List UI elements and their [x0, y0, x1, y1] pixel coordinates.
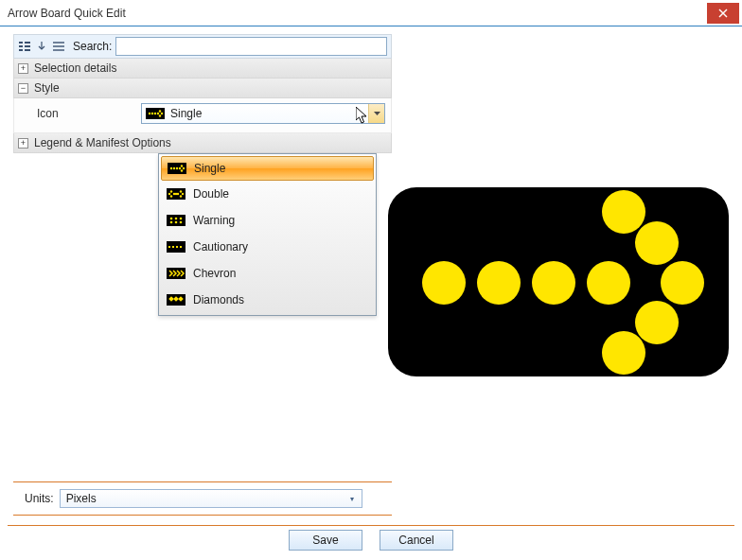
svg-point-35 — [177, 193, 179, 195]
units-value: Pixels — [66, 492, 97, 505]
section-selection-details[interactable]: + Selection details — [13, 59, 392, 79]
lamp — [422, 261, 466, 305]
diamonds-icon — [167, 294, 186, 306]
svg-point-37 — [180, 195, 182, 197]
button-row: Save Cancel — [0, 530, 742, 554]
units-select[interactable]: Pixels ▾ — [60, 489, 362, 508]
lamp — [587, 261, 630, 305]
section-style[interactable]: − Style — [13, 79, 392, 98]
collapse-icon: − — [18, 83, 28, 94]
lamp — [602, 331, 645, 375]
search-input[interactable] — [115, 37, 387, 56]
lamp — [477, 261, 521, 305]
dropdown-item-label: Single — [194, 162, 225, 175]
dropdown-item-chevron[interactable]: Chevron — [159, 260, 376, 287]
warning-icon — [167, 215, 186, 226]
footer-divider — [8, 525, 734, 526]
window-close-button[interactable] — [707, 3, 739, 24]
svg-rect-48 — [172, 246, 174, 248]
save-button[interactable]: Save — [289, 530, 362, 551]
svg-point-36 — [180, 190, 182, 192]
svg-point-19 — [161, 113, 163, 114]
svg-point-16 — [157, 113, 159, 114]
dropdown-item-single[interactable]: Single — [161, 156, 374, 181]
single-icon — [168, 163, 186, 174]
cancel-button[interactable]: Cancel — [380, 530, 453, 551]
sort-icon[interactable] — [35, 40, 48, 53]
close-icon — [718, 9, 728, 18]
lamp — [602, 190, 645, 234]
dropdown-item-warning[interactable]: Warning — [159, 207, 376, 234]
svg-point-14 — [151, 113, 153, 114]
svg-rect-6 — [19, 49, 23, 51]
icon-dropdown: Single Double — [158, 153, 377, 316]
window-title: Arrow Board Quick Edit — [8, 7, 742, 20]
body-area: Search: + Selection details − Style Icon — [0, 26, 742, 560]
style-section-body: Icon Single — [13, 98, 392, 133]
lamp — [661, 261, 704, 305]
svg-point-45 — [180, 221, 183, 224]
titlebar: Arrow Board Quick Edit — [0, 0, 742, 26]
svg-point-30 — [168, 193, 170, 195]
chevron-icon — [167, 268, 186, 279]
property-panel: Search: + Selection details − Style Icon — [13, 34, 392, 153]
section-label: Style — [34, 81, 60, 95]
svg-point-17 — [159, 110, 161, 112]
chevron-down-icon — [368, 104, 384, 123]
svg-rect-5 — [25, 45, 30, 47]
svg-point-41 — [170, 221, 173, 224]
svg-point-44 — [180, 218, 183, 220]
cautionary-icon — [167, 241, 186, 253]
svg-point-24 — [176, 167, 178, 169]
list-icon[interactable] — [52, 40, 65, 53]
svg-marker-20 — [374, 112, 380, 115]
dropdown-item-label: Diamonds — [193, 293, 244, 306]
expand-icon: + — [18, 138, 28, 149]
svg-rect-49 — [176, 246, 178, 248]
panel-toolbar: Search: — [13, 34, 392, 59]
dropdown-item-label: Warning — [193, 214, 235, 227]
lamp — [532, 261, 575, 305]
svg-point-26 — [181, 165, 183, 166]
section-legend[interactable]: + Legend & Manifest Options — [13, 133, 392, 153]
svg-rect-2 — [19, 42, 23, 44]
svg-rect-50 — [180, 246, 182, 248]
svg-point-42 — [175, 218, 178, 220]
dropdown-item-label: Chevron — [193, 267, 236, 280]
lamp — [635, 221, 679, 265]
svg-point-31 — [170, 190, 172, 192]
svg-point-23 — [173, 167, 175, 169]
section-label: Selection details — [34, 61, 116, 75]
svg-point-15 — [154, 113, 156, 114]
svg-point-22 — [170, 167, 172, 169]
svg-rect-3 — [25, 42, 30, 44]
svg-point-27 — [181, 169, 183, 171]
dropdown-item-label: Double — [193, 187, 229, 201]
svg-point-40 — [170, 218, 173, 220]
dropdown-item-cautionary[interactable]: Cautionary — [159, 234, 376, 260]
arrow-board-preview — [388, 187, 729, 376]
dropdown-item-double[interactable]: Double — [159, 181, 376, 207]
svg-point-18 — [159, 114, 161, 116]
dropdown-item-diamonds[interactable]: Diamonds — [159, 287, 376, 313]
icon-property-row: Icon Single — [37, 102, 385, 125]
chevron-down-icon: ▾ — [345, 492, 360, 506]
section-label: Legend & Manifest Options — [34, 136, 171, 149]
quick-edit-window: Arrow Board Quick Edit — [0, 0, 742, 560]
icon-combo-value: Single — [170, 107, 368, 120]
svg-point-43 — [175, 221, 178, 224]
svg-point-28 — [183, 167, 185, 169]
svg-point-25 — [179, 167, 181, 169]
icon-combo[interactable]: Single — [141, 103, 385, 124]
svg-point-38 — [182, 193, 184, 195]
categorize-icon[interactable] — [18, 40, 31, 53]
units-row: Units: Pixels ▾ — [13, 481, 392, 516]
single-icon — [146, 108, 165, 119]
svg-point-32 — [170, 195, 172, 197]
search-label: Search: — [73, 40, 112, 53]
lamp — [635, 301, 679, 344]
icon-label: Icon — [37, 107, 141, 120]
double-icon — [167, 188, 186, 200]
dropdown-item-label: Cautionary — [193, 240, 248, 254]
expand-icon: + — [18, 63, 28, 74]
